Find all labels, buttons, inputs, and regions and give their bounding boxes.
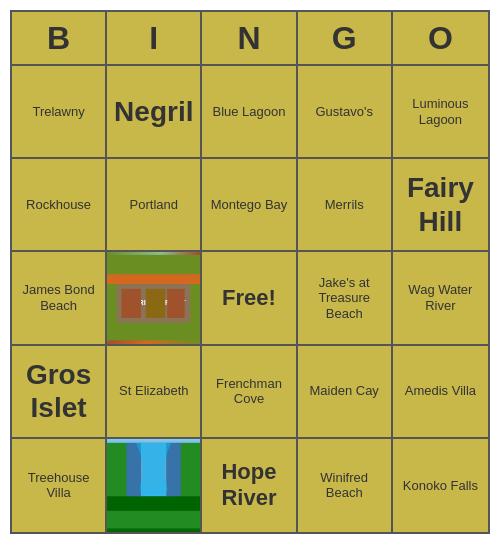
bingo-cell: Amedis Villa (393, 346, 488, 439)
cell-label: Frenchman Cove (206, 376, 291, 407)
bingo-cell: Trelawny (12, 66, 107, 159)
cell-label: Negril (114, 95, 193, 129)
bingo-cell: Frenchman Cove (202, 346, 297, 439)
cell-label: Gustavo's (315, 104, 372, 120)
svg-rect-5 (146, 289, 165, 318)
cell-label: Portland (130, 197, 178, 213)
header-letter: O (393, 12, 488, 64)
bingo-cell: Hope River (202, 439, 297, 532)
cell-label: Hope River (206, 459, 291, 512)
bingo-cell: NEGRIL MARKET (107, 252, 202, 345)
bingo-cell: Montego Bay (202, 159, 297, 252)
bingo-cell: Luminous Lagoon (393, 66, 488, 159)
bingo-cell: James Bond Beach (12, 252, 107, 345)
bingo-cell: Gustavo's (298, 66, 393, 159)
bingo-cell: Blue Lagoon (202, 66, 297, 159)
cell-label: Fairy Hill (397, 171, 484, 238)
bingo-cell (107, 439, 202, 532)
bingo-cell: Negril (107, 66, 202, 159)
svg-rect-12 (107, 511, 200, 528)
svg-rect-2 (107, 275, 200, 285)
cell-label: Winifred Beach (302, 470, 387, 501)
header-letter: I (107, 12, 202, 64)
bingo-cell: Fairy Hill (393, 159, 488, 252)
cell-label: Gros Islet (16, 358, 101, 425)
cell-label: Treehouse Villa (16, 470, 101, 501)
cell-label: Maiden Cay (310, 383, 379, 399)
bingo-cell: St Elizabeth (107, 346, 202, 439)
cell-label: Luminous Lagoon (397, 96, 484, 127)
cell-label: Montego Bay (211, 197, 288, 213)
bingo-cell: Portland (107, 159, 202, 252)
bingo-cell: Konoko Falls (393, 439, 488, 532)
svg-rect-4 (122, 289, 141, 318)
bingo-cell: Treehouse Villa (12, 439, 107, 532)
cell-label: Amedis Villa (405, 383, 476, 399)
cell-label: Rockhouse (26, 197, 91, 213)
cell-label: Jake's at Treasure Beach (302, 275, 387, 322)
bingo-cell: Gros Islet (12, 346, 107, 439)
cell-label: Wag Water River (397, 282, 484, 313)
cell-label: Free! (222, 285, 276, 311)
cell-label: Merrils (325, 197, 364, 213)
cell-label: Trelawny (32, 104, 84, 120)
bingo-grid: TrelawnyNegrilBlue LagoonGustavo'sLumino… (12, 66, 488, 532)
cell-label: Blue Lagoon (212, 104, 285, 120)
bingo-cell: Maiden Cay (298, 346, 393, 439)
bingo-cell: Jake's at Treasure Beach (298, 252, 393, 345)
bingo-cell: Wag Water River (393, 252, 488, 345)
bingo-cell: Winifred Beach (298, 439, 393, 532)
header-letter: B (12, 12, 107, 64)
cell-label: Konoko Falls (403, 478, 478, 494)
bingo-card: BINGO TrelawnyNegrilBlue LagoonGustavo's… (10, 10, 490, 534)
header-letter: G (298, 12, 393, 64)
bingo-header: BINGO (12, 12, 488, 66)
header-letter: N (202, 12, 297, 64)
svg-rect-6 (167, 289, 184, 318)
cell-label: St Elizabeth (119, 383, 188, 399)
bingo-cell: Merrils (298, 159, 393, 252)
cell-label: James Bond Beach (16, 282, 101, 313)
bingo-cell: Free! (202, 252, 297, 345)
bingo-cell: Rockhouse (12, 159, 107, 252)
